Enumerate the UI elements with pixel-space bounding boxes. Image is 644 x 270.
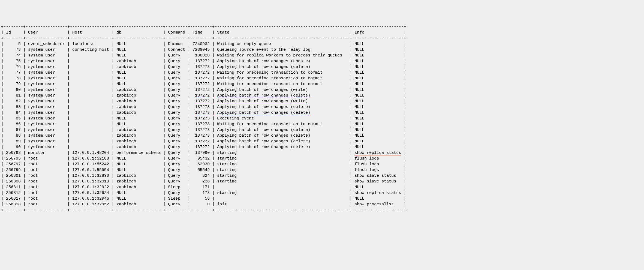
separator: | — [65, 99, 72, 104]
cell-state — [217, 196, 347, 201]
table-row: | 74 | system user | | NULL | Query | 13… — [1, 53, 643, 58]
cell-host: 127.0.0.1:52188 — [72, 156, 109, 161]
cell-info: NULL — [354, 93, 401, 98]
separator: | — [1, 76, 6, 81]
cell-time: 137273 — [192, 116, 210, 121]
separator: | — [161, 65, 168, 69]
separator: | — [109, 53, 116, 58]
separator: | — [1, 139, 6, 144]
table-row: | 77 | system user | | NULL | Query | 13… — [1, 70, 643, 76]
cell-command: Connect — [168, 47, 185, 52]
cell-db: zabbixdb — [116, 88, 161, 92]
separator: | — [161, 168, 168, 172]
separator: | — [65, 122, 72, 127]
separator: | — [21, 185, 28, 190]
cell-id: 77 — [6, 70, 21, 75]
separator: | — [210, 156, 217, 161]
separator: | — [210, 99, 217, 104]
separator: | — [65, 105, 72, 109]
cell-db: NULL — [116, 162, 161, 167]
cell-time: 137273 — [192, 133, 210, 138]
cell-user: system user — [28, 139, 65, 144]
cell-host — [72, 133, 109, 138]
separator: | — [210, 168, 217, 172]
cell-db: zabbixdb — [116, 185, 161, 190]
cell-command: Query — [168, 116, 185, 121]
separator: | — [21, 30, 28, 35]
cell-id: 256793 — [6, 151, 21, 155]
separator: | — [1, 82, 6, 86]
cell-id: 256808 — [6, 179, 21, 184]
separator: | — [210, 128, 217, 132]
cell-host: 127.0.0.1:32952 — [72, 202, 109, 207]
cell-info: NULL — [354, 110, 401, 115]
separator: | — [347, 53, 354, 58]
separator: | — [1, 116, 6, 121]
cell-user: event_scheduler — [28, 42, 65, 46]
separator: | — [21, 110, 28, 115]
separator: | — [21, 202, 28, 207]
cell-id: 86 — [6, 122, 21, 127]
cell-time: 0 — [192, 202, 210, 207]
separator: | — [210, 151, 217, 155]
table-border: +--------+-----------------+------------… — [1, 35, 643, 41]
separator: | — [1, 151, 6, 155]
separator: | — [109, 168, 116, 172]
cell-db: NULL — [116, 191, 161, 195]
table-row: | 84 | system user | | zabbixdb | Query … — [1, 110, 643, 116]
separator: | — [161, 99, 168, 104]
separator: | — [347, 70, 354, 75]
separator: | — [161, 116, 168, 121]
separator: | — [185, 47, 192, 52]
cell-info: NULL — [354, 70, 401, 75]
cell-host: 127.0.0.1:32946 — [72, 196, 109, 201]
cell-time: 138020 — [192, 53, 210, 58]
separator: | — [401, 65, 406, 69]
cell-host: 127.0.0.1:32890 — [72, 173, 109, 178]
separator: | — [185, 93, 192, 98]
cell-command: Query — [168, 59, 185, 64]
cell-user: system user — [28, 59, 65, 64]
table-border: +--------+-----------------+------------… — [1, 207, 643, 213]
cell-db: NULL — [116, 122, 161, 127]
cell-command: Query — [168, 151, 185, 155]
separator: | — [210, 173, 217, 178]
cell-info: NULL — [354, 53, 401, 58]
separator: | — [161, 122, 168, 127]
cell-id: 87 — [6, 128, 21, 132]
cell-user: system user — [28, 76, 65, 81]
cell-db: zabbixdb — [116, 202, 161, 207]
separator: | — [161, 53, 168, 58]
cell-info: flush logs — [354, 162, 401, 167]
separator: | — [1, 168, 6, 172]
cell-id: 81 — [6, 93, 21, 98]
table-row: | 256799 | root | 127.0.0.1:55954 | NULL… — [1, 167, 643, 173]
cell-host: connecting host — [72, 47, 109, 52]
cell-host — [72, 76, 109, 81]
separator: | — [401, 156, 406, 161]
cell-db: zabbixdb — [116, 139, 161, 144]
separator: | — [1, 53, 6, 58]
separator: | — [65, 145, 72, 149]
separator: | — [185, 128, 192, 132]
separator: | — [401, 202, 406, 207]
cell-command: Query — [168, 110, 185, 115]
cell-user: system user — [28, 88, 65, 92]
cell-command: Query — [168, 53, 185, 58]
cell-host — [72, 122, 109, 127]
cell-user: system user — [28, 82, 65, 86]
cell-state: starting — [217, 173, 347, 178]
cell-command: Query — [168, 173, 185, 178]
separator: | — [185, 42, 192, 46]
cell-time: 238 — [192, 179, 210, 184]
cell-time: 55549 — [192, 168, 210, 172]
cell-info: NULL — [354, 128, 401, 132]
cell-time: 137272 — [192, 139, 210, 144]
cell-db: zabbixdb — [116, 128, 161, 132]
cell-time: 95432 — [192, 156, 210, 161]
cell-time: 137273 — [192, 65, 210, 69]
cell-host — [72, 99, 109, 104]
separator: | — [185, 122, 192, 127]
separator: | — [161, 88, 168, 92]
cell-info: NULL — [354, 139, 401, 144]
